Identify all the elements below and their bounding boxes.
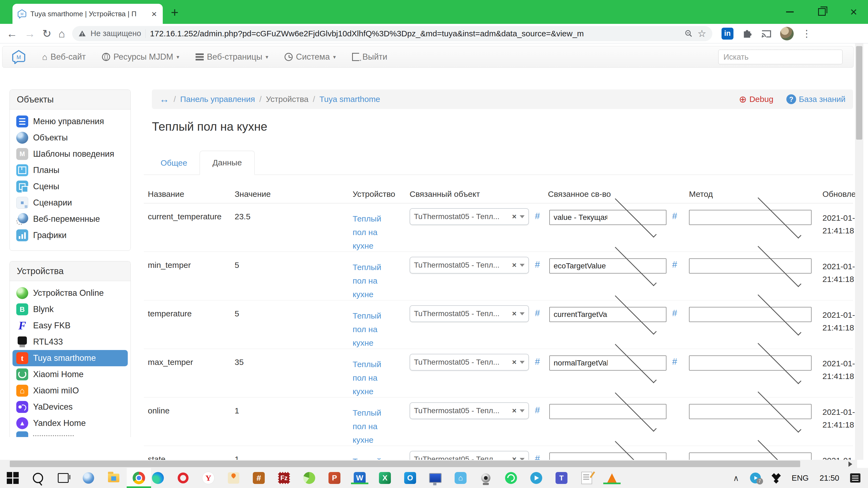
remove-icon[interactable]: × bbox=[512, 261, 517, 269]
reload-icon[interactable]: ↻ bbox=[42, 28, 52, 39]
browser-menu-icon[interactable]: ⋮ bbox=[802, 28, 812, 39]
maps-icon[interactable] bbox=[227, 472, 240, 484]
device-link[interactable]: Теплый пол на кухне bbox=[352, 358, 393, 398]
breadcrumb-arrows-icon[interactable]: ↔ bbox=[159, 94, 169, 105]
whatsapp-icon[interactable] bbox=[505, 472, 517, 484]
file-explorer-icon[interactable] bbox=[107, 472, 120, 484]
sidebar-item-charts[interactable]: Графики bbox=[10, 227, 130, 243]
property-hash-link[interactable]: # bbox=[672, 308, 677, 318]
minimize-icon[interactable] bbox=[786, 11, 794, 12]
nav-item-resources[interactable]: Ресурсы MJDM▾ bbox=[102, 52, 179, 62]
language-indicator[interactable]: ENG bbox=[792, 474, 809, 483]
sidebar-item-yadevices[interactable]: YaDevices bbox=[10, 399, 130, 415]
browser-tab[interactable]: M Tuya smarthome | Устройства | П × bbox=[12, 4, 163, 24]
method-select[interactable] bbox=[689, 404, 812, 419]
property-hash-link[interactable]: # bbox=[672, 357, 677, 367]
linked-object-select[interactable]: TuThermostat05 - Тепл...× bbox=[410, 402, 529, 419]
address-bar[interactable]: Не защищено 172.16.1.252/admin.php?pd=cG… bbox=[72, 26, 712, 41]
vertical-scrollbar[interactable] bbox=[855, 43, 863, 460]
linked-property-select[interactable] bbox=[549, 453, 666, 460]
device-link[interactable]: Теплый пол на кухне bbox=[352, 309, 393, 350]
back-icon[interactable]: ← bbox=[6, 28, 18, 39]
zoom-out-icon[interactable] bbox=[684, 29, 693, 38]
sidebar-item-rtl433[interactable]: RTL433 bbox=[10, 334, 130, 350]
horizontal-scrollbar-thumb[interactable] bbox=[10, 461, 800, 467]
sidebar-item-yandex-home[interactable]: ▲Yandex Home bbox=[10, 415, 130, 431]
edge-icon[interactable] bbox=[152, 472, 164, 484]
device-link[interactable]: Теплый пол на кухне bbox=[352, 455, 393, 460]
device-link[interactable]: Теплый пол на кухне bbox=[352, 406, 393, 447]
new-tab-button[interactable]: + bbox=[171, 5, 179, 20]
chrome-taskbar-icon[interactable] bbox=[127, 468, 151, 488]
sidebar-item-behavior-templates[interactable]: MШаблоны поведения bbox=[10, 146, 130, 162]
telegram-icon[interactable] bbox=[530, 472, 542, 484]
linkedin-extension-icon[interactable]: in bbox=[721, 28, 734, 40]
method-select[interactable] bbox=[689, 355, 812, 370]
method-select[interactable] bbox=[689, 258, 812, 273]
remove-icon[interactable]: × bbox=[512, 455, 517, 460]
restore-icon[interactable] bbox=[818, 8, 826, 16]
nav-item-system[interactable]: Система▾ bbox=[284, 52, 336, 62]
majordomo-logo[interactable]: M bbox=[12, 50, 26, 64]
snagit-icon[interactable] bbox=[303, 472, 315, 484]
sidebar-item-scenes[interactable]: Сцены bbox=[10, 178, 130, 195]
cast-icon[interactable] bbox=[761, 28, 772, 39]
sidebar-item-scenarios[interactable]: Сценарии bbox=[10, 195, 130, 211]
teams-icon[interactable]: T bbox=[555, 472, 568, 484]
method-select[interactable] bbox=[689, 453, 812, 460]
sidebar-item-partial[interactable] bbox=[10, 431, 130, 437]
nav-item-website[interactable]: ⌂Веб-сайт bbox=[42, 52, 86, 62]
remove-icon[interactable]: × bbox=[512, 358, 517, 366]
breadcrumb-control-panel[interactable]: Панель управления bbox=[180, 95, 255, 104]
tab-close-icon[interactable]: × bbox=[150, 9, 158, 19]
filezilla-icon[interactable]: Fz bbox=[278, 472, 290, 484]
breadcrumb-tuya[interactable]: Tuya smarthome bbox=[319, 95, 380, 104]
method-select[interactable] bbox=[689, 307, 812, 322]
tab-data[interactable]: Данные bbox=[199, 151, 254, 175]
horizontal-scrollbar[interactable] bbox=[0, 460, 868, 468]
url-text[interactable]: 172.16.1.252/admin.php?pd=cGFuZWw6e2FjdG… bbox=[150, 29, 680, 38]
start-button-icon[interactable] bbox=[6, 472, 19, 484]
telegram-tray-icon[interactable]: 7 bbox=[750, 473, 761, 483]
security-label[interactable]: Не защищено bbox=[91, 29, 141, 38]
hash-app-icon[interactable]: # bbox=[252, 472, 265, 484]
smarthome-app-icon[interactable]: ⌂ bbox=[454, 472, 467, 484]
word-icon[interactable]: W bbox=[353, 472, 366, 484]
object-hash-link[interactable]: # bbox=[535, 454, 540, 460]
tab-general[interactable]: Общее bbox=[148, 151, 199, 174]
forward-icon[interactable]: → bbox=[24, 28, 35, 39]
sidebar-item-easy-fkb[interactable]: FEasy FKB bbox=[10, 318, 130, 334]
device-link[interactable]: Теплый пол на кухне bbox=[352, 261, 393, 301]
webcam-icon[interactable] bbox=[479, 472, 492, 484]
linked-property-select[interactable] bbox=[549, 404, 666, 419]
bookmark-star-icon[interactable]: ☆ bbox=[698, 28, 706, 39]
linked-object-select[interactable]: TuThermostat05 - Тепл...× bbox=[410, 354, 529, 370]
method-select[interactable] bbox=[689, 210, 812, 225]
linked-property-select[interactable]: normalTargetValue - Обычн bbox=[549, 355, 666, 370]
sidebar-item-plans[interactable]: Планы bbox=[10, 162, 130, 178]
winbox-icon[interactable] bbox=[82, 472, 95, 484]
opera-icon[interactable] bbox=[177, 472, 189, 484]
scroll-right-arrow[interactable] bbox=[848, 461, 852, 467]
linked-property-select[interactable]: currentTargetValue - Целев bbox=[549, 307, 666, 322]
nav-item-webpages[interactable]: Веб-страницы▾ bbox=[195, 52, 268, 62]
search-input[interactable] bbox=[718, 50, 842, 64]
sidebar-item-objects[interactable]: Объекты bbox=[10, 130, 130, 146]
sidebar-item-xiaomi-miio[interactable]: ⌂Xiaomi miIO bbox=[10, 383, 130, 399]
vlc-icon[interactable] bbox=[606, 472, 618, 484]
sidebar-item-blynk[interactable]: BBlynk bbox=[10, 301, 130, 318]
linked-property-select[interactable]: ecoTargetValue - ECO целе bbox=[549, 258, 666, 273]
sidebar-item-xiaomi-home[interactable]: Xiaomi Home bbox=[10, 366, 130, 383]
notification-center-icon[interactable] bbox=[850, 474, 860, 483]
extensions-puzzle-icon[interactable] bbox=[742, 28, 752, 39]
nav-item-logout[interactable]: →Выйти bbox=[352, 52, 388, 62]
property-hash-link[interactable]: # bbox=[672, 259, 677, 270]
clock[interactable]: 21:50 bbox=[819, 474, 839, 483]
task-view-icon[interactable] bbox=[57, 472, 69, 484]
object-hash-link[interactable]: # bbox=[535, 357, 540, 367]
taskbar-search-icon[interactable] bbox=[32, 472, 44, 484]
home-icon[interactable]: ⌂ bbox=[59, 28, 65, 39]
debug-button[interactable]: ⊕Debug bbox=[739, 94, 773, 105]
object-hash-link[interactable]: # bbox=[535, 259, 540, 270]
outlook-icon[interactable]: O bbox=[404, 472, 416, 484]
